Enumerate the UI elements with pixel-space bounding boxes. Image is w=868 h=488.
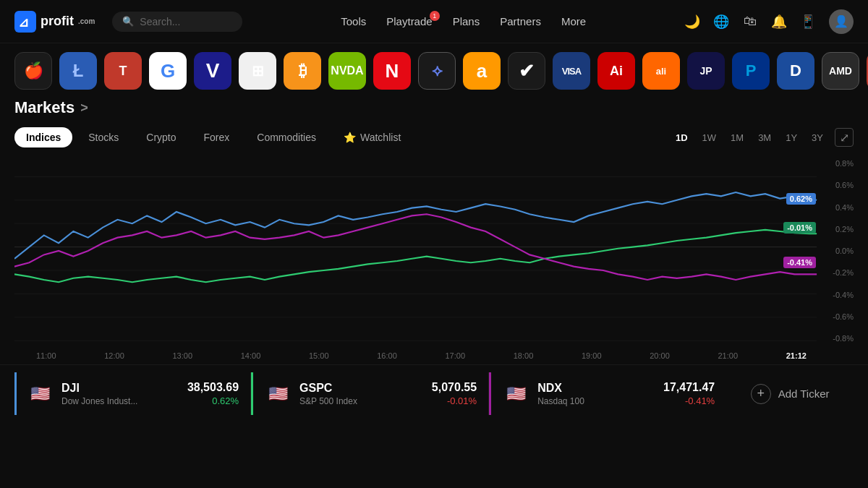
ticker-card-gspc[interactable]: 🇺🇸 GSPC S&P 500 Index 5,070.55 -0.01%	[251, 372, 489, 415]
ticker-nke[interactable]: ✔	[508, 52, 545, 90]
logo[interactable]: ⊿ profit.com	[14, 11, 95, 33]
bottom-tickers: 🇺🇸 DJI Dow Jones Indust... 38,503.69 0.6…	[0, 364, 868, 422]
gspc-price: 5,070.55 -0.01%	[432, 381, 477, 406]
ticker-dis[interactable]: D	[777, 52, 814, 90]
ticker-card-ndx[interactable]: 🇺🇸 NDX Nasdaq 100 17,471.47 -0.41%	[489, 372, 726, 415]
star-icon: ⭐	[344, 132, 356, 143]
ticker-aapl[interactable]: 🍎	[14, 52, 52, 90]
markets-section: Markets > Indices Stocks Crypto Forex Co…	[0, 98, 868, 360]
markets-label: Markets	[14, 98, 75, 117]
search-input[interactable]	[140, 16, 226, 27]
nav-playtrade[interactable]: Playtrade1	[386, 15, 432, 27]
header-icons: 🌙 🌐 🛍 🔔 📱 👤	[684, 9, 854, 34]
dji-badge: 0.62%	[786, 193, 816, 205]
time-3y[interactable]: 3Y	[809, 131, 826, 145]
nav-links: Tools Playtrade1 Plans Partners More	[260, 15, 667, 27]
time-controls: 1D 1W 1M 3M 1Y 3Y ⤢	[673, 128, 854, 147]
globe-icon[interactable]: 🌐	[713, 14, 729, 30]
avatar[interactable]: 👤	[829, 9, 854, 34]
dji-price: 38,503.69 0.62%	[187, 381, 239, 406]
logo-text: profit	[41, 14, 74, 29]
add-ticker-button[interactable]: + Add Ticker	[726, 372, 854, 415]
chart-y-axis: 0.8% 0.6% 0.4% 0.2% 0.0% -0.2% -0.4% -0.…	[817, 153, 854, 348]
ticker-btc[interactable]: ₿	[284, 52, 321, 90]
gspc-info: GSPC S&P 500 Index	[299, 382, 423, 406]
expand-chart-button[interactable]: ⤢	[835, 128, 854, 147]
tabs-row: Indices Stocks Crypto Forex Commodities …	[14, 127, 854, 147]
chart-x-axis: 11:00 12:00 13:00 14:00 15:00 16:00 17:0…	[14, 348, 814, 360]
dji-name: Dow Jones Indust...	[61, 396, 179, 406]
ticker-tsla[interactable]: T	[104, 52, 142, 90]
notification-icon[interactable]: 🔔	[771, 14, 787, 30]
ticker-nflx[interactable]: N	[373, 52, 411, 90]
time-1y[interactable]: 1Y	[783, 131, 800, 145]
dark-mode-icon[interactable]: 🌙	[684, 14, 700, 30]
ticker-nvda[interactable]: NVDA	[328, 52, 366, 90]
nav-partners[interactable]: Partners	[500, 15, 541, 27]
time-1w[interactable]: 1W	[699, 131, 720, 145]
ndx-info: NDX Nasdaq 100	[537, 382, 655, 406]
search-bar[interactable]: 🔍	[112, 12, 242, 32]
gspc-badge: -0.01%	[783, 222, 816, 234]
mobile-icon[interactable]: 📱	[800, 14, 816, 30]
ticker-msft[interactable]: ⊞	[239, 52, 276, 90]
ticker-amd[interactable]: AMD	[822, 52, 859, 90]
ticker-baba[interactable]: ali	[642, 52, 680, 90]
ticker-jpm[interactable]: JP	[687, 52, 725, 90]
markets-title[interactable]: Markets >	[14, 98, 854, 117]
dji-price-val: 38,503.69	[187, 381, 239, 394]
tabs-left: Indices Stocks Crypto Forex Commodities …	[14, 127, 412, 147]
time-3m[interactable]: 3M	[755, 131, 774, 145]
dji-info: DJI Dow Jones Indust...	[61, 382, 179, 406]
dji-change: 0.62%	[187, 395, 239, 406]
gspc-name: S&P 500 Index	[299, 396, 423, 406]
ndx-symbol: NDX	[537, 382, 655, 395]
time-1d[interactable]: 1D	[673, 131, 691, 145]
gspc-flag: 🇺🇸	[265, 381, 291, 407]
nav-plans[interactable]: Plans	[453, 15, 480, 27]
nav-more[interactable]: More	[561, 15, 586, 27]
chart-container: 0.8% 0.6% 0.4% 0.2% 0.0% -0.2% -0.4% -0.…	[14, 153, 854, 348]
ticker-goog[interactable]: G	[149, 52, 187, 90]
add-icon: +	[751, 384, 771, 404]
gspc-price-val: 5,070.55	[432, 381, 477, 394]
ticker-eth[interactable]: ⟡	[418, 52, 456, 90]
ndx-flag: 🇺🇸	[503, 381, 529, 407]
logo-com: .com	[78, 17, 95, 25]
ticker-pypl[interactable]: P	[732, 52, 770, 90]
search-icon: 🔍	[122, 16, 134, 27]
ndx-price-val: 17,471.47	[663, 381, 715, 394]
tab-crypto[interactable]: Crypto	[135, 127, 187, 147]
tab-forex[interactable]: Forex	[192, 127, 242, 147]
tab-indices[interactable]: Indices	[14, 127, 72, 147]
header: ⊿ profit.com 🔍 Tools Playtrade1 Plans Pa…	[0, 0, 868, 43]
dji-symbol: DJI	[61, 382, 179, 395]
ndx-badge: -0.41%	[783, 257, 816, 268]
nav-tools[interactable]: Tools	[341, 15, 366, 27]
time-1m[interactable]: 1M	[728, 131, 746, 145]
tab-commodities[interactable]: Commodities	[245, 127, 328, 147]
gspc-change: -0.01%	[432, 395, 477, 406]
playtrade-badge: 1	[430, 11, 440, 21]
ticker-visa[interactable]: VISA	[553, 52, 590, 90]
gspc-symbol: GSPC	[299, 382, 423, 395]
ticker-ltc[interactable]: Ł	[59, 52, 97, 90]
add-ticker-label: Add Ticker	[778, 388, 830, 400]
dji-flag: 🇺🇸	[27, 381, 53, 407]
ticker-v[interactable]: V	[194, 52, 231, 90]
ticker-card-dji[interactable]: 🇺🇸 DJI Dow Jones Indust... 38,503.69 0.6…	[14, 372, 251, 415]
svg-text:⊿: ⊿	[18, 15, 29, 30]
ndx-name: Nasdaq 100	[537, 396, 655, 406]
shop-icon[interactable]: 🛍	[742, 14, 758, 30]
tab-stocks[interactable]: Stocks	[77, 127, 130, 147]
ticker-strip: 🍎 Ł T G V ⊞ ₿ NVDA N ⟡ a ✔ VISA Ai ali J…	[0, 43, 868, 98]
ndx-change: -0.41%	[663, 395, 715, 406]
markets-arrow: >	[80, 100, 88, 116]
tab-watchlist[interactable]: ⭐ Watchlist	[332, 127, 412, 147]
ndx-price: 17,471.47 -0.41%	[663, 381, 715, 406]
ticker-adbe[interactable]: Ai	[597, 52, 635, 90]
ticker-amzn[interactable]: a	[463, 52, 501, 90]
chart-svg	[14, 153, 854, 348]
